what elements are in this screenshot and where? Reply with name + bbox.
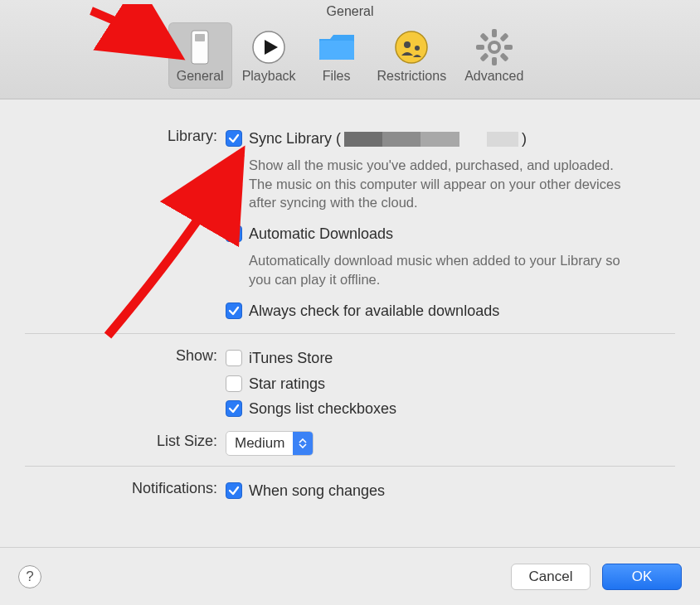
svg-rect-15 bbox=[499, 52, 508, 61]
restrictions-icon bbox=[391, 27, 431, 67]
list-size-value: Medium bbox=[226, 435, 293, 452]
star-ratings-label: Star ratings bbox=[249, 374, 325, 394]
redacted-account bbox=[344, 132, 518, 147]
svg-rect-13 bbox=[479, 52, 489, 61]
window-title: General bbox=[0, 2, 700, 22]
svg-rect-14 bbox=[479, 32, 489, 41]
toolbar-tabs: General Playback Files bbox=[0, 22, 700, 89]
section-library: Library: Sync Library () Show all the mu… bbox=[25, 124, 675, 325]
sync-library-checkbox[interactable] bbox=[226, 130, 242, 147]
section-label: Library: bbox=[25, 126, 226, 323]
section-label: Show: bbox=[25, 346, 226, 421]
preferences-content: Library: Sync Library () Show all the mu… bbox=[0, 99, 700, 547]
svg-rect-1 bbox=[195, 34, 205, 41]
tab-general[interactable]: General bbox=[168, 22, 232, 89]
song-changes-checkbox[interactable] bbox=[226, 482, 242, 499]
list-size-select[interactable]: Medium bbox=[226, 431, 314, 456]
ok-button[interactable]: OK bbox=[602, 564, 682, 590]
tab-label: General bbox=[177, 69, 224, 84]
itunes-store-checkbox[interactable] bbox=[226, 350, 242, 366]
svg-point-4 bbox=[396, 31, 427, 63]
divider bbox=[25, 333, 675, 334]
sync-library-row: Sync Library () bbox=[226, 126, 675, 151]
section-notifications: Notifications: When song changes bbox=[25, 477, 675, 505]
files-icon bbox=[317, 27, 357, 67]
svg-rect-8 bbox=[492, 29, 497, 37]
star-ratings-checkbox[interactable] bbox=[226, 375, 242, 392]
preferences-toolbar: General General Playback bbox=[0, 0, 700, 99]
auto-downloads-label: Automatic Downloads bbox=[249, 224, 393, 244]
sync-library-desc: Show all the music you've added, purchas… bbox=[226, 151, 632, 221]
auto-downloads-desc: Automatically download music when added … bbox=[226, 246, 632, 298]
svg-rect-11 bbox=[504, 45, 513, 50]
section-show: Show: iTunes Store Star ratings Songs li… bbox=[25, 344, 675, 423]
sync-library-label: Sync Library () bbox=[249, 128, 527, 148]
tab-label: Files bbox=[323, 69, 351, 84]
section-label: Notifications: bbox=[25, 478, 226, 503]
svg-rect-12 bbox=[499, 32, 508, 41]
svg-point-6 bbox=[415, 46, 420, 51]
help-button[interactable]: ? bbox=[18, 565, 41, 588]
itunes-store-label: iTunes Store bbox=[249, 348, 333, 368]
advanced-icon bbox=[474, 27, 514, 67]
always-check-label: Always check for available downloads bbox=[249, 301, 499, 321]
divider bbox=[25, 466, 675, 467]
playback-icon bbox=[249, 27, 289, 67]
songs-checkboxes-checkbox[interactable] bbox=[226, 400, 242, 417]
general-icon bbox=[180, 27, 220, 67]
tab-label: Restrictions bbox=[377, 69, 447, 84]
tab-files[interactable]: Files bbox=[306, 22, 367, 89]
song-changes-label: When song changes bbox=[249, 481, 385, 501]
section-label: List Size: bbox=[25, 431, 226, 456]
svg-rect-3 bbox=[319, 41, 354, 60]
auto-downloads-checkbox[interactable] bbox=[226, 225, 242, 242]
auto-downloads-row: Automatic Downloads bbox=[226, 221, 675, 246]
tab-label: Playback bbox=[242, 69, 296, 84]
svg-rect-10 bbox=[476, 45, 484, 50]
always-check-row: Always check for available downloads bbox=[226, 298, 675, 323]
tab-restrictions[interactable]: Restrictions bbox=[369, 22, 455, 89]
tab-playback[interactable]: Playback bbox=[234, 22, 304, 89]
songs-checkboxes-label: Songs list checkboxes bbox=[249, 399, 396, 419]
footer-bar: ? Cancel OK bbox=[0, 547, 700, 605]
tab-advanced[interactable]: Advanced bbox=[456, 22, 532, 89]
svg-point-5 bbox=[404, 41, 411, 48]
tab-label: Advanced bbox=[464, 69, 523, 84]
chevron-updown-icon bbox=[293, 432, 313, 455]
always-check-checkbox[interactable] bbox=[226, 302, 242, 319]
section-list-size: List Size: Medium bbox=[25, 429, 675, 457]
cancel-button[interactable]: Cancel bbox=[511, 564, 591, 590]
svg-point-16 bbox=[491, 44, 498, 51]
svg-rect-9 bbox=[492, 57, 497, 65]
